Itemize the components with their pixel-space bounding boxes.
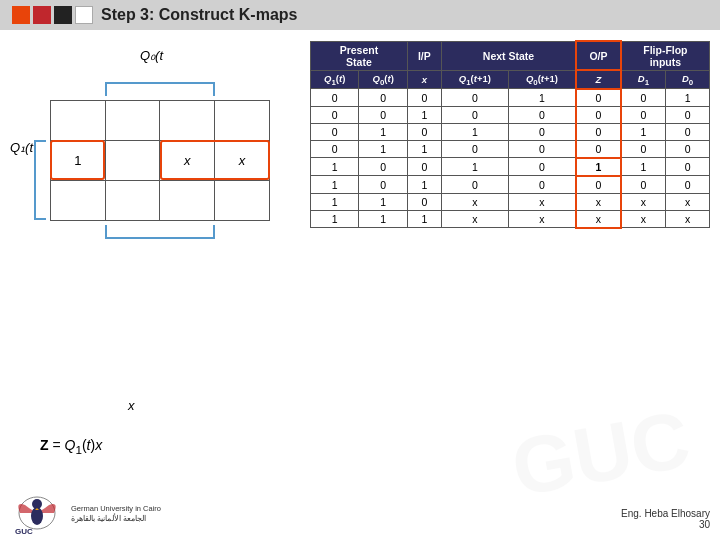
cell-0-4: 1 [508,89,576,107]
table-row: 00100000 [311,106,710,123]
cell-5-6: 0 [621,176,666,194]
kmap-cell-0-1 [105,101,160,141]
kmap-cell-1-2: x [160,141,215,181]
cell-3-7: 0 [666,140,710,158]
table-header-row-2: Q1(t) Q0(t) x Q1(t+1) Q0(t+1) Z D1 D0 [311,70,710,89]
kmap-cell-0-2 [160,101,215,141]
svg-point-2 [32,499,42,509]
bracket-bottom [105,225,215,239]
table-row: 01100000 [311,140,710,158]
kmap-cell-1-0: 1 [51,141,106,181]
red-box [33,6,51,24]
th-x: x [407,70,441,89]
cell-3-4: 0 [508,140,576,158]
cell-3-5: 0 [576,140,621,158]
kmap-top-label: Q₀(t [140,48,163,63]
cell-7-4: x [508,210,576,228]
cell-5-0: 1 [311,176,359,194]
cell-7-3: x [441,210,508,228]
cell-4-3: 1 [441,158,508,176]
cell-0-0: 0 [311,89,359,107]
cell-6-5: x [576,193,621,210]
kmap-table: 1 x x [50,100,270,221]
cell-0-3: 0 [441,89,508,107]
kmap-left-label: Q₁(t [10,140,33,155]
guc-text: German University in Cairo الجامعة الألم… [71,504,161,524]
engineer-name: Eng. Heba Elhosary [621,508,710,519]
cell-1-0: 0 [311,106,359,123]
th-q0t1: Q0(t+1) [508,70,576,89]
cell-4-2: 0 [407,158,441,176]
cell-1-4: 0 [508,106,576,123]
cell-2-3: 1 [441,123,508,140]
truth-table: PresentState I/P Next State O/P Flip-Flo… [310,40,710,229]
cell-6-3: x [441,193,508,210]
cell-6-4: x [508,193,576,210]
cell-7-6: x [621,210,666,228]
th-q1t: Q1(t) [311,70,359,89]
table-row: 01010010 [311,123,710,140]
th-d1: D1 [621,70,666,89]
cell-5-1: 0 [359,176,407,194]
kmap-cell-2-1 [105,181,160,221]
bracket-top [105,82,215,96]
cell-7-7: x [666,210,710,228]
svg-text:GUC: GUC [15,527,33,536]
cell-5-3: 0 [441,176,508,194]
color-indicators [12,6,93,24]
kmap-cell-2-2 [160,181,215,221]
cell-1-6: 0 [621,106,666,123]
cell-2-2: 0 [407,123,441,140]
cell-6-1: 1 [359,193,407,210]
cell-7-5: x [576,210,621,228]
cell-0-5: 0 [576,89,621,107]
cell-1-2: 1 [407,106,441,123]
z-formula: Z = Q1(t)x [40,437,102,456]
table-row: 111xxxxx [311,210,710,228]
bracket-left [34,140,46,220]
th-flipflop: Flip-Flopinputs [621,41,710,70]
cell-1-7: 0 [666,106,710,123]
cell-4-7: 0 [666,158,710,176]
black-box [54,6,72,24]
cell-6-2: 0 [407,193,441,210]
guc-full-name: German University in Cairo [71,504,161,514]
cell-3-3: 0 [441,140,508,158]
table-body: 0000100100100000010100100110000010010110… [311,89,710,228]
kmap-wrapper: 1 x x [50,100,300,221]
table-row: 00001001 [311,89,710,107]
th-q1t1: Q1(t+1) [441,70,508,89]
th-present-state: PresentState [311,41,408,70]
kmap-row-1: 1 x x [51,141,270,181]
cell-0-7: 1 [666,89,710,107]
cell-6-6: x [621,193,666,210]
cell-3-6: 0 [621,140,666,158]
orange-box [12,6,30,24]
cell-1-5: 0 [576,106,621,123]
cell-2-6: 1 [621,123,666,140]
cell-6-0: 1 [311,193,359,210]
kmap-cell-0-0 [51,101,106,141]
cell-7-0: 1 [311,210,359,228]
cell-6-7: x [666,193,710,210]
kmap-cell-1-1 [105,141,160,181]
header: Step 3: Construct K-maps [0,0,720,30]
th-next-state: Next State [441,41,576,70]
table-row: 10010110 [311,158,710,176]
truth-table-area: PresentState I/P Next State O/P Flip-Flo… [310,40,710,528]
cell-2-7: 0 [666,123,710,140]
cell-5-2: 1 [407,176,441,194]
cell-1-1: 0 [359,106,407,123]
guc-arabic-name: الجامعة الألمانية بالقاهرة [71,514,161,524]
cell-5-5: 0 [576,176,621,194]
table-row: 10100000 [311,176,710,194]
white-box [75,6,93,24]
cell-3-1: 1 [359,140,407,158]
cell-2-4: 0 [508,123,576,140]
cell-0-6: 0 [621,89,666,107]
cell-0-1: 0 [359,89,407,107]
kmap-cell-1-3: x [215,141,270,181]
cell-5-4: 0 [508,176,576,194]
cell-2-0: 0 [311,123,359,140]
th-d0: D0 [666,70,710,89]
